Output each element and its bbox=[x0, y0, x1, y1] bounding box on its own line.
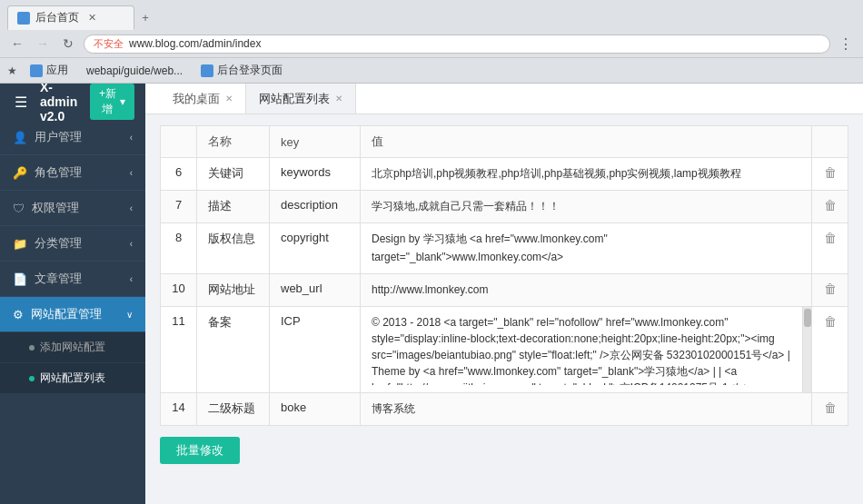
cell-name: 版权信息 bbox=[197, 223, 270, 273]
sidebar-add-config-label: 添加网站配置 bbox=[40, 340, 105, 355]
cell-action[interactable]: 🗑 bbox=[812, 306, 848, 392]
users-icon: 👤 bbox=[13, 131, 27, 144]
sidebar-item-config[interactable]: ⚙ 网站配置管理 ∨ bbox=[0, 297, 145, 332]
config-chevron-icon: ∨ bbox=[126, 310, 133, 320]
back-button[interactable]: ← bbox=[7, 34, 27, 54]
bookmarks-bar: ★ 应用 webapi/guide/web... 后台登录页面 bbox=[0, 57, 863, 83]
config-list-dot bbox=[29, 376, 35, 381]
delete-icon[interactable]: 🗑 bbox=[824, 165, 837, 180]
table-row: 6关键词keywords北京php培训,php视频教程,php培训,php基础视… bbox=[161, 158, 848, 191]
cell-name: 网站地址 bbox=[197, 273, 270, 306]
cell-key: description bbox=[270, 191, 361, 223]
security-indicator: 不安全 bbox=[94, 37, 124, 51]
apps-icon bbox=[30, 64, 43, 77]
new-add-label: +新增 bbox=[99, 86, 116, 117]
config-table: 名称 key 值 6关键词keywords北京php培训,php视频教程,php… bbox=[160, 125, 848, 426]
sidebar-articles-label: 文章管理 bbox=[35, 271, 82, 287]
hamburger-button[interactable]: ☰ bbox=[11, 92, 31, 113]
cell-id: 10 bbox=[161, 273, 197, 306]
cell-name: 备案 bbox=[197, 306, 270, 392]
cell-action[interactable]: 🗑 bbox=[812, 273, 848, 306]
tab-home-label: 我的桌面 bbox=[173, 91, 220, 107]
sidebar-users-label: 用户管理 bbox=[35, 129, 82, 145]
cell-key: web_url bbox=[270, 273, 361, 306]
cell-action[interactable]: 🗑 bbox=[812, 392, 848, 425]
delete-icon[interactable]: 🗑 bbox=[824, 198, 837, 212]
bookmark-admin[interactable]: 后台登录页面 bbox=[195, 61, 288, 80]
sidebar-item-categories[interactable]: 📁 分类管理 ‹ bbox=[0, 226, 145, 262]
tab-favicon bbox=[17, 12, 30, 25]
bookmark-apps-label: 应用 bbox=[46, 63, 68, 78]
users-chevron-icon: ‹ bbox=[130, 133, 133, 143]
col-key: key bbox=[270, 126, 361, 158]
sidebar-item-add-config[interactable]: 添加网站配置 bbox=[0, 332, 145, 363]
sidebar-item-permissions[interactable]: 🛡 权限管理 ‹ bbox=[0, 191, 145, 226]
sidebar-item-config-list[interactable]: 网站配置列表 bbox=[0, 363, 145, 394]
bookmark-apps[interactable]: 应用 bbox=[25, 61, 74, 80]
cell-key: ICP bbox=[270, 306, 361, 392]
cell-value: 博客系统 bbox=[361, 392, 812, 425]
cell-value: © 2013 - 2018 <a target="_blank" rel="no… bbox=[361, 306, 812, 392]
url-bar[interactable]: 不安全 www.blog.com/admin/index bbox=[84, 35, 830, 54]
cell-name: 关键词 bbox=[197, 158, 270, 191]
sidebar-item-roles[interactable]: 🔑 角色管理 ‹ bbox=[0, 155, 145, 191]
sidebar-submenu: 添加网站配置 网站配置列表 bbox=[0, 332, 145, 394]
scrollbar-indicator bbox=[802, 307, 811, 392]
permissions-icon: 🛡 bbox=[13, 202, 25, 215]
roles-icon: 🔑 bbox=[13, 166, 27, 180]
table-row: 8版权信息copyrightDesign by 学习猿地 <a href="ww… bbox=[161, 223, 848, 273]
col-id bbox=[161, 126, 197, 158]
menu-button[interactable]: ⋮ bbox=[836, 34, 856, 54]
cell-id: 11 bbox=[161, 306, 197, 392]
tab-config-list[interactable]: 网站配置列表 ✕ bbox=[246, 84, 356, 114]
new-add-button[interactable]: +新增 ▾ bbox=[90, 84, 134, 120]
new-chevron-icon: ▾ bbox=[120, 95, 125, 108]
cell-value: Design by 学习猿地 <a href="www.lmonkey.com"… bbox=[361, 223, 812, 273]
cell-name: 描述 bbox=[197, 191, 270, 223]
delete-icon[interactable]: 🗑 bbox=[824, 231, 837, 245]
table-row: 7描述description学习猿地,成就自己只需一套精品！！！🗑 bbox=[161, 191, 848, 223]
cell-action[interactable]: 🗑 bbox=[812, 191, 848, 223]
tab-label: 后台首页 bbox=[35, 10, 79, 25]
browser-tab-active[interactable]: 后台首页 ✕ bbox=[7, 5, 134, 30]
table-row: 11备案ICP© 2013 - 2018 <a target="_blank" … bbox=[161, 306, 848, 392]
tab-home[interactable]: 我的桌面 ✕ bbox=[160, 84, 246, 114]
add-config-dot bbox=[29, 345, 35, 351]
breadcrumb-tabs: 我的桌面 ✕ 网站配置列表 ✕ bbox=[145, 84, 863, 114]
tab-close-button[interactable]: ✕ bbox=[88, 12, 96, 24]
col-action bbox=[812, 126, 848, 158]
delete-icon[interactable]: 🗑 bbox=[824, 282, 837, 296]
cell-id: 8 bbox=[161, 223, 197, 273]
tab-config-list-close[interactable]: ✕ bbox=[335, 94, 342, 104]
sidebar-roles-label: 角色管理 bbox=[35, 164, 82, 181]
delete-icon[interactable]: 🗑 bbox=[824, 400, 837, 415]
sidebar-item-articles[interactable]: 📄 文章管理 ‹ bbox=[0, 262, 145, 297]
cell-action[interactable]: 🗑 bbox=[812, 223, 848, 273]
forward-button[interactable]: → bbox=[33, 34, 53, 54]
cell-name: 二级标题 bbox=[197, 392, 270, 425]
sidebar-item-users[interactable]: 👤 用户管理 ‹ bbox=[0, 120, 145, 155]
apps-label: ★ bbox=[7, 64, 17, 77]
col-name: 名称 bbox=[197, 126, 270, 158]
col-value: 值 bbox=[361, 126, 812, 158]
table-container: 名称 key 值 6关键词keywords北京php培训,php视频教程,php… bbox=[145, 114, 863, 437]
cell-key: boke bbox=[270, 392, 361, 425]
roles-chevron-icon: ‹ bbox=[130, 168, 133, 178]
reload-button[interactable]: ↻ bbox=[58, 34, 78, 54]
categories-chevron-icon: ‹ bbox=[130, 239, 133, 249]
bookmark-webapi[interactable]: webapi/guide/web... bbox=[81, 63, 188, 79]
cell-value: 北京php培训,php视频教程,php培训,php基础视频,php实例视频,la… bbox=[361, 158, 812, 191]
bookmark-webapi-label: webapi/guide/web... bbox=[86, 64, 183, 77]
delete-icon[interactable]: 🗑 bbox=[824, 314, 837, 329]
url-text: www.blog.com/admin/index bbox=[129, 37, 261, 50]
new-tab-button[interactable]: + bbox=[136, 7, 154, 29]
batch-submit-button[interactable]: 批量修改 bbox=[160, 437, 240, 464]
cell-value: http://www.lmonkey.com bbox=[361, 273, 812, 306]
app-title: X-admin v2.0 bbox=[40, 84, 81, 124]
admin-favicon bbox=[201, 64, 213, 77]
articles-chevron-icon: ‹ bbox=[130, 274, 133, 284]
main-content: 我的桌面 ✕ 网站配置列表 ✕ 名称 key 值 bbox=[145, 84, 863, 504]
tab-home-close[interactable]: ✕ bbox=[225, 94, 233, 104]
cell-id: 14 bbox=[161, 392, 197, 425]
cell-action[interactable]: 🗑 bbox=[812, 158, 848, 191]
